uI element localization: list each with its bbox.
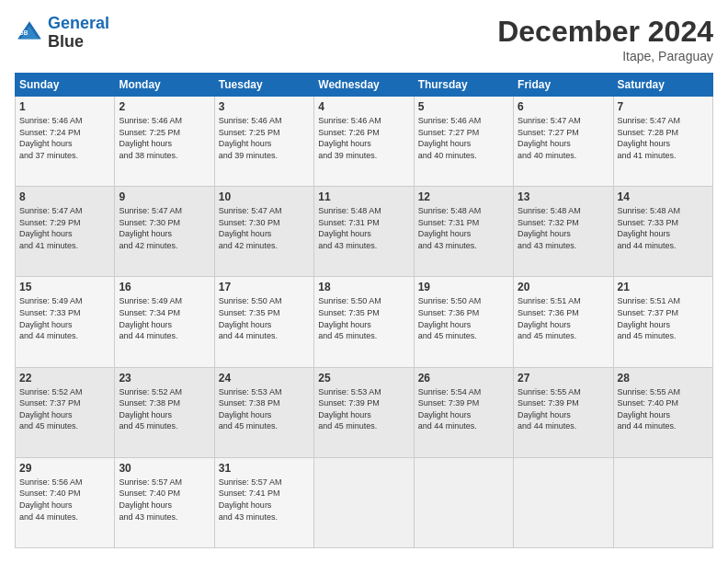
day-info: Sunrise: 5:57 AM Sunset: 7:41 PM Dayligh… [219,477,310,523]
page: GB General Blue December 2024 Itape, Par… [0,0,728,563]
calendar-week-2: 8 Sunrise: 5:47 AM Sunset: 7:29 PM Dayli… [16,187,713,277]
col-thursday: Thursday [414,74,513,97]
day-info: Sunrise: 5:50 AM Sunset: 7:35 PM Dayligh… [318,295,409,341]
header-row: Sunday Monday Tuesday Wednesday Thursday… [16,74,713,97]
day-number: 17 [219,281,310,293]
header: GB General Blue December 2024 Itape, Par… [15,15,713,63]
calendar-cell [514,457,613,547]
calendar-cell: 11 Sunrise: 5:48 AM Sunset: 7:31 PM Dayl… [314,187,414,277]
calendar-cell: 4 Sunrise: 5:46 AM Sunset: 7:26 PM Dayli… [314,97,414,187]
day-number: 27 [518,372,609,385]
calendar-cell: 25 Sunrise: 5:53 AM Sunset: 7:39 PM Dayl… [314,367,414,457]
day-number: 26 [418,372,509,385]
day-number: 23 [119,372,210,385]
logo: GB General Blue [15,15,109,52]
day-info: Sunrise: 5:46 AM Sunset: 7:27 PM Dayligh… [418,115,509,161]
calendar-cell: 29 Sunrise: 5:56 AM Sunset: 7:40 PM Dayl… [16,457,115,547]
day-info: Sunrise: 5:53 AM Sunset: 7:39 PM Dayligh… [318,386,409,432]
day-info: Sunrise: 5:51 AM Sunset: 7:37 PM Dayligh… [618,295,709,341]
day-info: Sunrise: 5:54 AM Sunset: 7:39 PM Dayligh… [418,386,509,432]
logo-text: General Blue [48,15,109,52]
calendar-body: 1 Sunrise: 5:46 AM Sunset: 7:24 PM Dayli… [16,97,713,548]
month-title: December 2024 [497,15,713,49]
day-info: Sunrise: 5:47 AM Sunset: 7:30 PM Dayligh… [219,205,310,251]
day-info: Sunrise: 5:47 AM Sunset: 7:30 PM Dayligh… [119,205,210,251]
day-info: Sunrise: 5:50 AM Sunset: 7:36 PM Dayligh… [418,295,509,341]
day-info: Sunrise: 5:50 AM Sunset: 7:35 PM Dayligh… [219,295,310,341]
calendar-cell: 28 Sunrise: 5:55 AM Sunset: 7:40 PM Dayl… [613,367,712,457]
title-area: December 2024 Itape, Paraguay [497,15,713,63]
calendar-header: Sunday Monday Tuesday Wednesday Thursday… [16,74,713,97]
calendar-cell: 27 Sunrise: 5:55 AM Sunset: 7:39 PM Dayl… [514,367,613,457]
day-info: Sunrise: 5:56 AM Sunset: 7:40 PM Dayligh… [19,477,110,523]
calendar-cell [314,457,414,547]
svg-text:GB: GB [19,29,28,35]
calendar-cell: 31 Sunrise: 5:57 AM Sunset: 7:41 PM Dayl… [214,457,313,547]
day-number: 29 [19,462,110,475]
calendar-cell: 5 Sunrise: 5:46 AM Sunset: 7:27 PM Dayli… [414,97,513,187]
day-number: 20 [518,281,609,293]
col-tuesday: Tuesday [214,74,313,97]
calendar-cell: 26 Sunrise: 5:54 AM Sunset: 7:39 PM Dayl… [414,367,513,457]
calendar-cell: 18 Sunrise: 5:50 AM Sunset: 7:35 PM Dayl… [314,277,414,367]
col-sunday: Sunday [16,74,115,97]
calendar-cell: 17 Sunrise: 5:50 AM Sunset: 7:35 PM Dayl… [214,277,313,367]
calendar-cell: 14 Sunrise: 5:48 AM Sunset: 7:33 PM Dayl… [613,187,712,277]
day-info: Sunrise: 5:52 AM Sunset: 7:38 PM Dayligh… [119,386,210,432]
day-info: Sunrise: 5:51 AM Sunset: 7:36 PM Dayligh… [518,295,609,341]
day-info: Sunrise: 5:48 AM Sunset: 7:33 PM Dayligh… [618,205,709,251]
calendar-cell: 19 Sunrise: 5:50 AM Sunset: 7:36 PM Dayl… [414,277,513,367]
logo-line1: General [48,14,109,32]
calendar-cell: 20 Sunrise: 5:51 AM Sunset: 7:36 PM Dayl… [514,277,613,367]
calendar-cell: 22 Sunrise: 5:52 AM Sunset: 7:37 PM Dayl… [16,367,115,457]
day-number: 5 [418,100,509,113]
calendar-cell: 21 Sunrise: 5:51 AM Sunset: 7:37 PM Dayl… [613,277,712,367]
calendar-cell: 8 Sunrise: 5:47 AM Sunset: 7:29 PM Dayli… [16,187,115,277]
calendar-cell: 30 Sunrise: 5:57 AM Sunset: 7:40 PM Dayl… [115,457,214,547]
day-number: 14 [618,190,709,203]
day-number: 7 [618,100,709,113]
day-number: 11 [318,190,409,203]
day-info: Sunrise: 5:46 AM Sunset: 7:25 PM Dayligh… [119,115,210,161]
day-number: 3 [219,100,310,113]
day-number: 24 [219,372,310,385]
day-number: 1 [19,100,110,113]
day-number: 25 [318,372,409,385]
day-number: 4 [318,100,409,113]
day-number: 10 [219,190,310,203]
day-info: Sunrise: 5:52 AM Sunset: 7:37 PM Dayligh… [19,386,110,432]
day-number: 12 [418,190,509,203]
calendar-cell [414,457,513,547]
calendar-week-3: 15 Sunrise: 5:49 AM Sunset: 7:33 PM Dayl… [16,277,713,367]
day-info: Sunrise: 5:49 AM Sunset: 7:33 PM Dayligh… [19,295,110,341]
day-info: Sunrise: 5:48 AM Sunset: 7:31 PM Dayligh… [318,205,409,251]
col-monday: Monday [115,74,214,97]
day-info: Sunrise: 5:53 AM Sunset: 7:38 PM Dayligh… [219,386,310,432]
calendar-cell: 2 Sunrise: 5:46 AM Sunset: 7:25 PM Dayli… [115,97,214,187]
day-number: 13 [518,190,609,203]
day-number: 31 [219,462,310,475]
col-wednesday: Wednesday [314,74,414,97]
day-number: 6 [518,100,609,113]
calendar-cell [613,457,712,547]
calendar: Sunday Monday Tuesday Wednesday Thursday… [15,73,713,548]
day-number: 22 [19,372,110,385]
day-number: 9 [119,190,210,203]
day-number: 19 [418,281,509,293]
calendar-cell: 23 Sunrise: 5:52 AM Sunset: 7:38 PM Dayl… [115,367,214,457]
day-info: Sunrise: 5:46 AM Sunset: 7:26 PM Dayligh… [318,115,409,161]
day-number: 28 [618,372,709,385]
day-number: 8 [19,190,110,203]
day-info: Sunrise: 5:47 AM Sunset: 7:29 PM Dayligh… [19,205,110,251]
calendar-week-5: 29 Sunrise: 5:56 AM Sunset: 7:40 PM Dayl… [16,457,713,547]
day-info: Sunrise: 5:55 AM Sunset: 7:40 PM Dayligh… [618,386,709,432]
day-info: Sunrise: 5:48 AM Sunset: 7:31 PM Dayligh… [418,205,509,251]
day-number: 30 [119,462,210,475]
day-number: 15 [19,281,110,293]
calendar-cell: 13 Sunrise: 5:48 AM Sunset: 7:32 PM Dayl… [514,187,613,277]
day-info: Sunrise: 5:46 AM Sunset: 7:24 PM Dayligh… [19,115,110,161]
day-info: Sunrise: 5:46 AM Sunset: 7:25 PM Dayligh… [219,115,310,161]
day-info: Sunrise: 5:49 AM Sunset: 7:34 PM Dayligh… [119,295,210,341]
location: Itape, Paraguay [497,49,713,63]
logo-icon: GB [15,18,44,48]
